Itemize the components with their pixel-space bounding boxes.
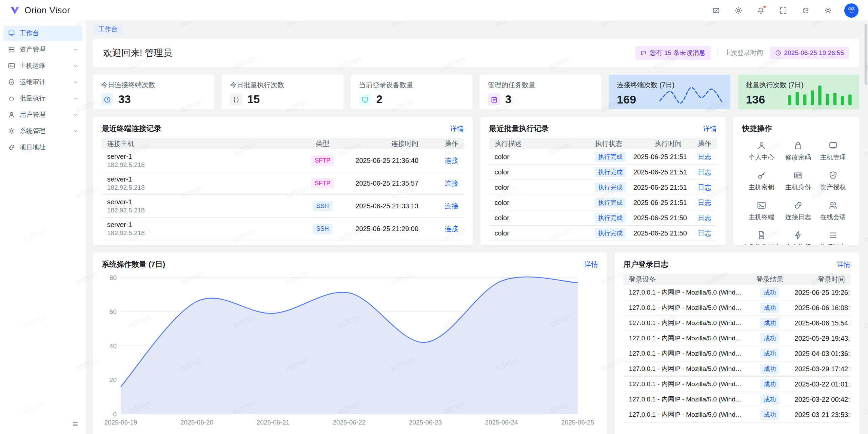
batch-records-detail-link[interactable]: 详情 [703, 124, 717, 133]
type-cell: SSH [301, 224, 344, 234]
stat-label: 今日批量执行次数 [230, 80, 335, 90]
overview-icon[interactable] [710, 4, 722, 17]
sidebar-item-assets[interactable]: 资产管理 [3, 42, 82, 57]
log-link[interactable]: 日志 [698, 214, 711, 222]
link-icon [8, 144, 15, 151]
quick-action-item[interactable]: 在线会话 [815, 201, 850, 222]
sidebar: 工作台 资产管理 主机运维 运维审计 批量执行 用户管理 系统管理 项目地址 [0, 21, 86, 434]
last-login-time-chip: 2025-06-25 19:26:55 [770, 47, 849, 59]
login-time: 2025-03-29 17:42:50 [789, 365, 850, 373]
sidebar-item-users[interactable]: 用户管理 [3, 107, 82, 122]
status-cell: 执行完成 [589, 213, 628, 223]
quick-action-label: 主机管理 [820, 153, 846, 162]
action-cell: 日志 [687, 213, 717, 223]
svg-text:2025-06-20: 2025-06-20 [180, 419, 213, 426]
login-result-badge: 成功 [760, 333, 779, 343]
table-row: color执行完成2025-06-25 21:51:51日志 [489, 149, 717, 165]
sidebar-item-label: 运维审计 [20, 78, 45, 87]
login-result-badge: 成功 [760, 318, 779, 328]
terminal-icon [757, 201, 766, 210]
login-result-badge: 成功 [760, 379, 779, 389]
login-logs-card: 用户登录日志 详情 登录设备 登录结果 登录时间 127.0.0.1 - 内网I… [615, 252, 859, 434]
settings-gear-icon [8, 128, 15, 134]
exec-description: color [489, 214, 589, 222]
monitor-icon [361, 96, 369, 103]
result-cell: 成功 [750, 287, 789, 298]
audit-shield-icon [829, 171, 837, 180]
exec-time: 2025-06-25 21:51:01 [628, 199, 687, 207]
sidebar-collapse-icon[interactable] [70, 419, 80, 429]
log-link[interactable]: 日志 [698, 199, 711, 206]
theme-sun-icon[interactable] [732, 4, 745, 17]
log-link[interactable]: 日志 [698, 184, 711, 191]
table-row: server-1182.92.5.218SFTP2025-06-25 21:36… [102, 149, 464, 172]
notification-badge [763, 5, 766, 8]
quick-action-item[interactable]: 主机终端 [742, 201, 781, 222]
breadcrumb[interactable]: 工作台 [93, 24, 123, 35]
exec-status-badge: 执行完成 [595, 228, 626, 238]
chevron-down-icon [73, 128, 78, 134]
terminal-records-detail-link[interactable]: 详情 [450, 124, 464, 133]
quick-action-item[interactable]: 主机密钥 [742, 171, 781, 192]
quick-action-item[interactable]: 修改密码 [781, 141, 816, 162]
log-link[interactable]: 日志 [698, 168, 711, 176]
connect-link[interactable]: 连接 [445, 202, 458, 210]
log-link[interactable]: 日志 [698, 153, 711, 161]
quick-action-item[interactable]: 文件操作日志 [742, 231, 781, 245]
chevron-down-icon [73, 63, 78, 69]
quick-action-label: 执行日志 [820, 243, 846, 245]
action-cell: 日志 [687, 229, 717, 238]
unread-messages-chip[interactable]: 您有 15 条未读消息 [635, 46, 711, 60]
ops-chart-detail-link[interactable]: 详情 [585, 260, 598, 269]
sidebar-item-host-ops[interactable]: 主机运维 [3, 58, 82, 73]
table-row: color执行完成2025-06-25 21:50:10日志 [489, 226, 717, 241]
user-avatar[interactable]: 管 [844, 3, 859, 18]
column-header: 操作 [424, 139, 463, 148]
sidebar-item-label: 资产管理 [20, 45, 45, 54]
login-logs-detail-link[interactable]: 详情 [837, 260, 850, 269]
connect-link[interactable]: 连接 [445, 225, 458, 232]
table-row: color执行完成2025-06-25 21:51:37日志 [489, 165, 717, 180]
quick-action-item[interactable]: 命令执行 [781, 231, 816, 245]
sidebar-item-project-url[interactable]: 项目地址 [3, 140, 82, 155]
refresh-icon[interactable] [800, 4, 812, 17]
sidebar-item-system[interactable]: 系统管理 [3, 124, 82, 138]
quick-action-item[interactable]: 主机身份 [781, 171, 816, 192]
users-icon [829, 201, 837, 210]
settings-gear-icon[interactable] [822, 4, 834, 17]
fullscreen-icon[interactable] [777, 4, 789, 17]
page-scrollbar[interactable] [864, 21, 868, 434]
quick-action-item[interactable]: 主机管理 [815, 141, 850, 162]
sidebar-item-label: 项目地址 [20, 143, 45, 152]
table-row: color执行完成2025-06-25 21:51:01日志 [489, 195, 717, 210]
log-link[interactable]: 日志 [698, 229, 711, 237]
quick-action-item[interactable]: 连接日志 [781, 201, 816, 222]
quick-action-item[interactable]: 执行日志 [815, 231, 850, 245]
card-title: 用户登录日志 [624, 259, 668, 269]
app-logo[interactable]: Orion Visor [9, 5, 70, 16]
svg-text:2025-06-25: 2025-06-25 [561, 419, 594, 426]
host-address: 182.92.5.218 [107, 206, 295, 215]
stat-value: 3 [505, 93, 511, 106]
table-row: 127.0.0.1 - 内网IP - Mozilla/5.0 (Windows … [624, 377, 850, 392]
table-header: 登录设备 登录结果 登录时间 [624, 273, 850, 285]
action-cell: 日志 [687, 198, 717, 207]
connect-link[interactable]: 连接 [445, 157, 458, 164]
bolt-icon [794, 231, 803, 240]
quick-action-label: 连接日志 [785, 213, 811, 222]
svg-text:60: 60 [110, 308, 117, 316]
sidebar-item-batch-exec[interactable]: 批量执行 [3, 91, 82, 106]
scrollbar-thumb[interactable] [865, 24, 867, 85]
last-login-label: 上次登录时间 [725, 49, 763, 57]
quick-action-item[interactable]: 个人中心 [742, 141, 781, 162]
column-header: 执行时间 [628, 139, 687, 148]
connect-link[interactable]: 连接 [445, 180, 458, 187]
notification-bell-icon[interactable] [755, 4, 767, 17]
stat-card-batch-7d: 批量执行次数 (7日) 136 [738, 75, 859, 109]
sidebar-item-workbench[interactable]: 工作台 [3, 26, 82, 41]
braces-icon [230, 93, 242, 106]
quick-action-item[interactable]: 资产授权 [815, 171, 850, 192]
sidebar-item-audit[interactable]: 运维审计 [3, 75, 82, 90]
connect-time: 2025-06-25 21:35:57 [344, 180, 424, 187]
exec-time: 2025-06-25 21:50:42 [628, 214, 687, 222]
